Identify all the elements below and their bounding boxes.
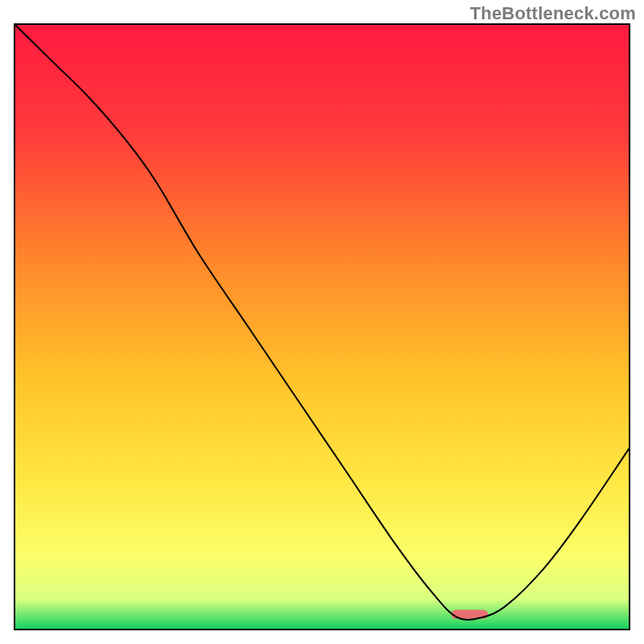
chart-container: TheBottleneck.com [0, 0, 644, 644]
gradient-background [14, 24, 630, 630]
bottleneck-chart [0, 0, 644, 644]
plot-area [14, 24, 630, 630]
